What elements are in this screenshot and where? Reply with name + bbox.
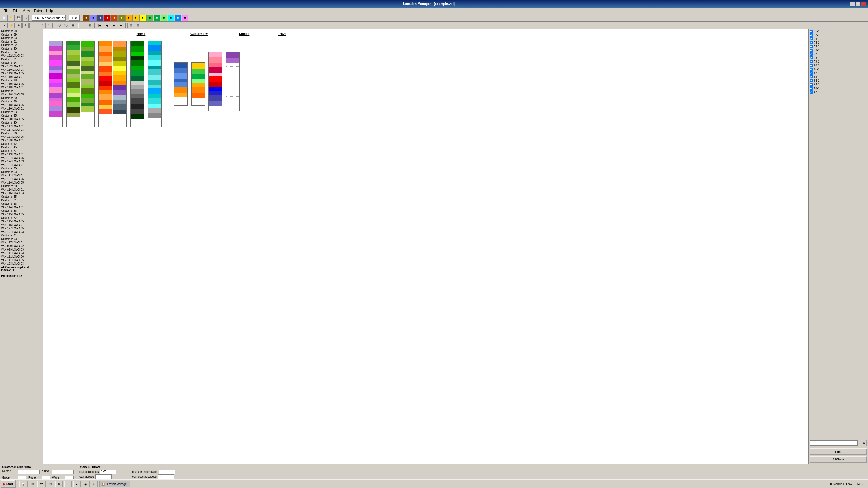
btn-l[interactable]: ■ (161, 15, 167, 21)
taskbar-item-3[interactable]: ⊟ (46, 481, 54, 487)
menu-edit[interactable]: Edit (10, 8, 21, 13)
taskbar-item-2[interactable]: ⊞ (29, 481, 36, 487)
sidebar-item-van121-01[interactable]: VAN 121 LOAD 01 (0, 174, 43, 177)
sidebar-item-customer91[interactable]: Customer 91 (0, 198, 43, 202)
checkbox-81[interactable] (810, 67, 813, 71)
sidebar-item-van122-03[interactable]: VAN 122 LOAD 03 (0, 54, 43, 58)
btn-g[interactable]: ■ (125, 15, 132, 21)
sidebar-item-van118-01[interactable]: VAN 118 LOAD 01 (0, 86, 43, 89)
save-button[interactable]: 💾 (15, 15, 22, 21)
sidebar-item-customer81[interactable]: Customer 81 (0, 234, 43, 237)
right-item-72[interactable]: 72-1 (809, 33, 868, 37)
sidebar-item-van197-05[interactable]: VAN 197 LOAD 05 (0, 227, 43, 230)
allnone-button[interactable]: All/None (810, 456, 867, 462)
text-btn[interactable]: T (22, 23, 29, 29)
sidebar-item-van119-06[interactable]: VAN 119 LOAD 06 (0, 82, 43, 86)
right-item-67[interactable]: 67-1 (809, 90, 868, 94)
btn-k[interactable]: ■ (154, 15, 160, 21)
taskbar-item-5[interactable]: ▶ (73, 481, 81, 487)
go-button[interactable]: Go (859, 440, 867, 446)
sidebar-item-customer23[interactable]: Customer 23 (0, 110, 43, 114)
window-controls[interactable]: − □ × (850, 2, 866, 6)
sidebar-item-customer58[interactable]: Customer 58 (0, 29, 43, 33)
sidebar-item-van117-03[interactable]: VAN 117 LOAD 03 (0, 128, 43, 131)
sidebar-item-van117-01[interactable]: VAN 117 LOAD 01 (0, 124, 43, 128)
checkbox-65[interactable] (810, 83, 813, 86)
right-item-84[interactable]: 84-1 (809, 78, 868, 83)
sidebar-item-customer21[interactable]: Customer 21 (0, 89, 43, 93)
nav-first[interactable]: |◀ (97, 23, 103, 29)
right-item-65[interactable]: 65-1 (809, 83, 868, 86)
sidebar-item-van124-03[interactable]: VAN 124 LOAD 03 (0, 160, 43, 163)
checkbox-72[interactable] (810, 33, 813, 37)
btn-a[interactable]: ■ (83, 15, 90, 21)
sidebar-item-van197-01[interactable]: VAN 197 LOAD 01 (0, 241, 43, 244)
nav-last[interactable]: ▶| (118, 23, 124, 29)
taskbar-item-1[interactable]: 📊 (19, 481, 28, 487)
sidebar-item-van120-01[interactable]: VAN 120 LOAD 01 (0, 107, 43, 110)
zoom-in-btn[interactable]: 🔍+ (56, 23, 62, 29)
sidebar-item-van114-01[interactable]: VAN 114 LOAD 01 (0, 205, 43, 209)
taskbar-item-ie[interactable]: IE (64, 481, 72, 487)
sidebar-item-customer14[interactable]: Customer 14 (0, 61, 43, 65)
taskbar-item-4[interactable]: ⊠ (55, 481, 63, 487)
circle-btn[interactable]: ○ (29, 23, 36, 29)
right-item-78[interactable]: 78-1 (809, 56, 868, 60)
checkbox-67[interactable] (810, 90, 813, 94)
right-item-75[interactable]: 75-1 (809, 44, 868, 48)
nav-prev[interactable]: ◀ (104, 23, 110, 29)
sidebar-item-customer86[interactable]: Customer 86 (0, 209, 43, 213)
menu-extra[interactable]: Extra (32, 8, 44, 13)
sidebar-item-van115-01[interactable]: VAN 115 LOAD 01 (0, 223, 43, 227)
nav-next[interactable]: ▶ (111, 23, 117, 29)
menu-view[interactable]: View (21, 8, 32, 13)
right-item-74[interactable]: 74-1 (809, 41, 868, 44)
sidebar-item-customer30[interactable]: Customer 30 (0, 121, 43, 124)
sidebar-item-customer50[interactable]: Customer 50 (0, 167, 43, 170)
right-item-73[interactable]: 73-1 (809, 37, 868, 41)
sidebar-item-van198-03[interactable]: VAN 198 LOAD 03 (0, 262, 43, 265)
sidebar-item-van122-01[interactable]: VAN 122 LOAD 01 (0, 65, 43, 68)
right-item-71[interactable]: 71-1 (809, 29, 868, 33)
cursor-btn[interactable]: ↖ (1, 23, 8, 29)
right-item-76[interactable]: 76-1 (809, 48, 868, 52)
zoom-btn[interactable]: ⊕ (15, 23, 22, 29)
align-btn[interactable]: ≡ (80, 23, 86, 29)
sidebar-item-van121-05[interactable]: VAN 121 LOAD 05 (0, 177, 43, 181)
sidebar-item-customer71[interactable]: Customer 71 (0, 58, 43, 61)
sidebar-item-customer80[interactable]: Customer 80 (0, 184, 43, 188)
sidebar-item-customer36[interactable]: Customer 36 (0, 131, 43, 135)
checkbox-83[interactable] (810, 75, 813, 78)
new-button[interactable]: 📄 (1, 15, 8, 21)
sidebar-item-customer72[interactable]: Customer 72 (0, 216, 43, 220)
sidebar-item-van111-06[interactable]: VAN 111 LOAD 06 (0, 255, 43, 258)
taskbar-active-app[interactable]: 📋 Location Manager (99, 481, 130, 487)
right-item-82[interactable]: 82-1 (809, 71, 868, 75)
sidebar-item-van124-01[interactable]: VAN 124 LOAD 01 (0, 163, 43, 167)
btn-j[interactable]: ■ (147, 15, 153, 21)
checkbox-73[interactable] (810, 37, 813, 40)
sidebar-item-van116-01[interactable]: VAN 116 LOAD 01 (0, 188, 43, 191)
sidebar-item-customer93[interactable]: Customer 93 (0, 237, 43, 241)
route-dropdown[interactable]: 060306-anonymous (32, 15, 66, 21)
layout-btn[interactable]: ⊡ (127, 23, 134, 29)
right-item-79[interactable]: 79-1 (809, 60, 868, 63)
grid-btn[interactable]: ⊞ (134, 23, 141, 29)
btn-o[interactable]: ■ (182, 15, 188, 21)
minimize-button[interactable]: − (850, 2, 855, 6)
btn-m[interactable]: ■ (167, 15, 174, 21)
sidebar-item-van120-05[interactable]: VAN 120 LOAD 05 (0, 118, 43, 121)
right-item-80[interactable]: 80-1 (809, 63, 868, 67)
taskbar-item-skype[interactable]: S (91, 481, 98, 487)
sidebar-item-customer64[interactable]: Customer 64 (0, 51, 43, 54)
sidebar-item-customer25[interactable]: Customer 25 (0, 114, 43, 118)
sidebar-item-van118-06[interactable]: VAN 118 LOAD 06 (0, 103, 43, 107)
sidebar-item-van119-03[interactable]: VAN 119 LOAD 03 (0, 68, 43, 72)
sidebar-item-van123-05[interactable]: VAN 123 LOAD 05 (0, 135, 43, 138)
distrib-btn[interactable]: ⊟ (87, 23, 93, 29)
checkbox-78[interactable] (810, 56, 813, 59)
sidebar-item-van119-01[interactable]: VAN 119 LOAD 01 (0, 75, 43, 78)
zoom-out-btn[interactable]: 🔍- (63, 23, 69, 29)
redo-btn[interactable]: ↻ (46, 23, 53, 29)
sidebar-item-van115-05b[interactable]: VAN 115 LOAD 05 (0, 220, 43, 223)
